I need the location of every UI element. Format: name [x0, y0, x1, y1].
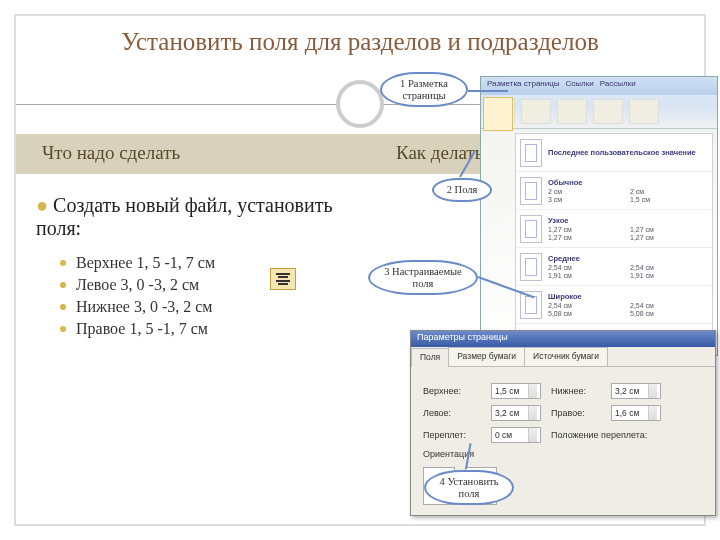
gallery-row[interactable]: Последнее пользовательское значение: [516, 134, 712, 172]
right-margin-input[interactable]: 1,6 см: [611, 405, 661, 421]
field-label: Переплет:: [423, 430, 481, 440]
left-margin-input[interactable]: 3,2 см: [491, 405, 541, 421]
margin-left-text: Левое 3, 0 -3, 2 см: [76, 276, 199, 294]
field-label: Верхнее:: [423, 386, 481, 396]
bullet-icon: [60, 304, 66, 310]
margin-list: Верхнее 1, 5 -1, 7 см Левое 3, 0 -3, 2 с…: [60, 254, 366, 338]
ribbon-tools: [481, 95, 717, 129]
field-label: Нижнее:: [551, 386, 601, 396]
margin-right-text: Правое 1, 5 -1, 7 см: [76, 320, 208, 338]
dialog-tabs: Поля Размер бумаги Источник бумаги: [411, 347, 715, 367]
callout-3: 3 Настраиваемые поля: [368, 260, 478, 295]
bullet-icon: [60, 282, 66, 288]
field-label: Правое:: [551, 408, 601, 418]
ribbon-tabs: Разметка страницы Ссылки Рассылки: [481, 77, 717, 95]
header-left: Что надо сделать: [42, 142, 180, 164]
dialog-tab-source[interactable]: Источник бумаги: [524, 347, 608, 366]
slide-title: Установить поля для разделов и подраздел…: [16, 16, 704, 64]
gallery-row[interactable]: Обычное2 см2 см3 см1,5 см: [516, 172, 712, 210]
callout-4: 4 Установить поля: [424, 470, 514, 505]
field-label: Левое:: [423, 408, 481, 418]
callout-1: 1 Разметка страницы: [380, 72, 468, 107]
callout-2: 2 Поля: [432, 178, 492, 202]
preset-thumb-icon: [520, 177, 542, 205]
preset-thumb-icon: [520, 253, 542, 281]
dialog-titlebar: Параметры страницы: [411, 331, 715, 347]
list-item: Левое 3, 0 -3, 2 см: [60, 276, 366, 294]
dialog-tab-fields[interactable]: Поля: [411, 348, 449, 367]
callout-pointer: [468, 90, 508, 92]
gutter-input[interactable]: 0 см: [491, 427, 541, 443]
word-ribbon: Разметка страницы Ссылки Рассылки Послед…: [480, 76, 718, 356]
margin-bottom-text: Нижнее 3, 0 -3, 2 см: [76, 298, 213, 316]
bottom-margin-input[interactable]: 3,2 см: [611, 383, 661, 399]
margins-gallery: Последнее пользовательское значение Обыч…: [515, 133, 713, 351]
preset-thumb-icon: [520, 139, 542, 167]
bullet-icon: [60, 326, 66, 332]
list-item: Нижнее 3, 0 -3, 2 см: [60, 298, 366, 316]
list-item: Правое 1, 5 -1, 7 см: [60, 320, 366, 338]
ribbon-tab[interactable]: Рассылки: [600, 79, 636, 93]
margins-button[interactable]: [483, 97, 513, 131]
field-label: Положение переплета:: [551, 430, 647, 440]
decorative-ring: [336, 80, 384, 128]
gallery-row[interactable]: Среднее2,54 см2,54 см1,91 см1,91 см: [516, 248, 712, 286]
bullet-icon: [60, 260, 66, 266]
lead-text: Создать новый файл, установить поля:: [36, 194, 366, 240]
list-item: Верхнее 1, 5 -1, 7 см: [60, 254, 366, 272]
tool-button[interactable]: [629, 99, 659, 124]
gallery-row[interactable]: Узкое1,27 см1,27 см1,27 см1,27 см: [516, 210, 712, 248]
justify-align-icon: [270, 268, 296, 290]
dialog-tab-paper[interactable]: Размер бумаги: [448, 347, 525, 366]
left-content: Создать новый файл, установить поля: Вер…: [36, 194, 366, 342]
orientation-label: Ориентация: [423, 449, 703, 459]
gallery-row[interactable]: Широкое2,54 см2,54 см5,08 см5,08 см: [516, 286, 712, 324]
ribbon-tab[interactable]: Ссылки: [566, 79, 594, 93]
tool-button[interactable]: [593, 99, 623, 124]
top-margin-input[interactable]: 1,5 см: [491, 383, 541, 399]
slide-frame: Установить поля для разделов и подраздел…: [14, 14, 706, 526]
tool-button[interactable]: [557, 99, 587, 124]
margin-top-text: Верхнее 1, 5 -1, 7 см: [76, 254, 215, 272]
tool-button[interactable]: [521, 99, 551, 124]
preset-thumb-icon: [520, 215, 542, 243]
right-screenshot-stack: Разметка страницы Ссылки Рассылки Послед…: [384, 76, 720, 520]
